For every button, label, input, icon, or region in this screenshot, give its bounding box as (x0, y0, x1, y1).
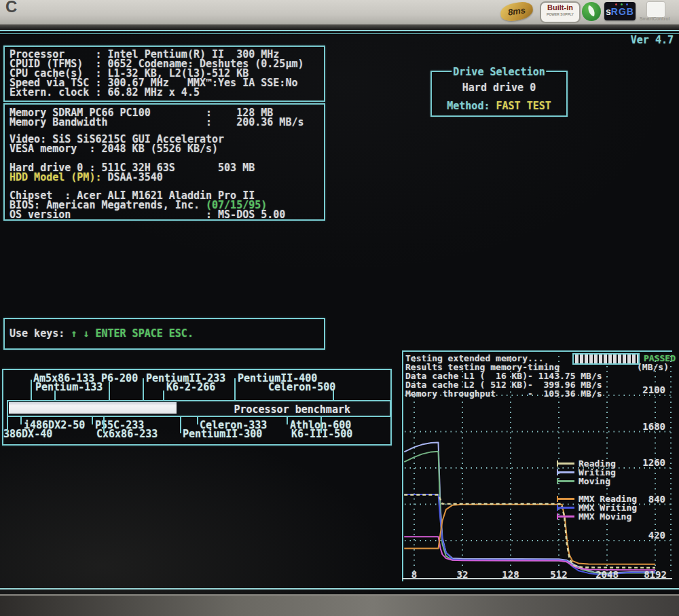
legend-swatch-icon (557, 460, 574, 467)
benchmark-title: Processor benchmark (234, 403, 350, 416)
benchmark-connector-line (234, 378, 236, 400)
monitor-bezel-top: C 8ms Built-in POWER SUPPLY sRGB SmartCo… (0, 0, 679, 24)
screen-edge-shadow (0, 24, 679, 30)
benchmark-cpu-label: P6-200 (101, 374, 138, 383)
benchmark-connector-line (7, 414, 8, 433)
memory-throughput-result: Memory throughput - 105.36 MB/s (405, 388, 602, 399)
processor-benchmark-box: Am5x86-133P6-200PentiumII-233PentiumII-4… (2, 369, 392, 446)
x-axis-tick-label: 8 (411, 569, 417, 580)
benchmark-connector-line (31, 380, 32, 400)
benchmark-cpu-label: K6-III-500 (291, 430, 352, 439)
sticker-eco-leaf-icon (582, 2, 601, 21)
benchmark-cpu-label: 386DX-40 (3, 430, 52, 439)
drive-selection-box: Drive Selection Hard drive 0 Method: FAS… (430, 71, 568, 117)
x-axis-tick-label: 32 (457, 569, 469, 580)
system-info-box: Memory SDRAM PC66 PC100 : 128 MB Memory … (3, 103, 325, 221)
sticker-8ms: 8ms (499, 1, 534, 22)
benchmark-cpu-label: K6-2-266 (166, 383, 215, 392)
screen-top-border-2 (0, 33, 679, 34)
legend-swatch-icon (557, 496, 574, 502)
key-list: ↑ ↓ ENTER SPACE ESC. (71, 327, 194, 340)
benchmark-cpu-label: Cx6x86-233 (96, 430, 158, 439)
benchmark-connector-line (109, 382, 110, 400)
monitor-bezel-bottom (0, 594, 679, 616)
legend-swatch-icon (557, 505, 574, 511)
version-label: Ver 4.7 (631, 35, 674, 45)
dos-screen: Ver 4.7 Processor : Intel Pentium(R) II … (0, 30, 679, 594)
processor-info-box: Processor : Intel Pentium(R) II 300 MHz … (3, 46, 325, 102)
memory-timing-panel: Testing extended memory... PASSED Result… (402, 350, 674, 581)
legend-item: MMX Moving (557, 512, 637, 521)
benchmark-connector-line (180, 414, 181, 433)
benchmark-connector-line (54, 391, 56, 400)
legend-swatch-icon (557, 478, 574, 484)
benchmark-progress-bar: Processor benchmark (7, 400, 391, 417)
selected-drive[interactable]: Hard drive 0 (432, 83, 566, 92)
x-axis-tick-label: 2048 (595, 569, 619, 580)
sticker-built-in-power: Built-in POWER SUPPLY (540, 1, 581, 23)
screen-top-border (0, 30, 679, 31)
key-help-box: Use keys: ↑ ↓ ENTER SPACE ESC. (3, 318, 325, 350)
benchmark-bar-fill (9, 402, 177, 414)
units-label: (MB/s) (624, 362, 669, 372)
x-axis-tick-label: 8192 (644, 569, 667, 580)
benchmark-cpu-label: Pentium-133 (35, 383, 103, 392)
vesa-memory-line: VESA memory : 2048 KB (5526 KB/s) (10, 144, 218, 153)
drive-selection-title: Drive Selection (452, 66, 546, 78)
key-help-line: Use keys: ↑ ↓ ENTER SPACE ESC. (10, 329, 194, 338)
speedsys-screenshot: C 8ms Built-in POWER SUPPLY sRGB SmartCo… (0, 0, 679, 616)
x-axis-tick-label: 128 (502, 569, 519, 580)
benchmark-connector-line (320, 414, 322, 433)
y-axis-tick-label: 1680 (625, 421, 665, 432)
y-axis-tick-label: 420 (625, 530, 665, 541)
chart-legend: ReadingWritingMovingMMX ReadingMMX Writi… (557, 459, 637, 521)
legend-swatch-icon (557, 469, 574, 475)
sticker-smartcontrol-label: SmartControl (630, 16, 679, 21)
hdd-model-label: HDD Model (PM): (10, 171, 101, 183)
benchmark-connector-line (143, 378, 144, 400)
test-method[interactable]: Method: FAST TEST (432, 101, 566, 111)
legend-label: MMX Moving (579, 511, 631, 522)
legend-item: Moving (557, 477, 637, 486)
extern-clock-line: Extern. clock : 66.82 MHz x 4.5 (10, 88, 200, 97)
benchmark-cpu-label: Celeron-500 (268, 383, 335, 392)
benchmark-connector-line (163, 391, 164, 400)
benchmark-connector-line (333, 391, 334, 400)
screen-bottom-border (0, 588, 679, 590)
benchmark-cpu-label: PentiumII-300 (183, 430, 262, 439)
hdd-model-line: HDD Model (PM): DSAA-3540 (10, 173, 163, 182)
memory-bandwidth-line: Memory Bandwidth : 200.36 MB/s (10, 117, 304, 127)
benchmark-connector-line (103, 414, 105, 433)
monitor-brand-text: C (5, 0, 17, 16)
sticker-smartcontrol-icon (646, 1, 665, 18)
y-axis-tick-label: 2100 (625, 384, 665, 395)
legend-label: Moving (579, 476, 610, 486)
os-version-line: OS version : MS-DOS 5.00 (10, 210, 285, 219)
x-axis-tick-label: 512 (550, 569, 567, 580)
legend-swatch-icon (557, 513, 574, 520)
hdd-model-value: DSAA-3540 (101, 171, 162, 183)
